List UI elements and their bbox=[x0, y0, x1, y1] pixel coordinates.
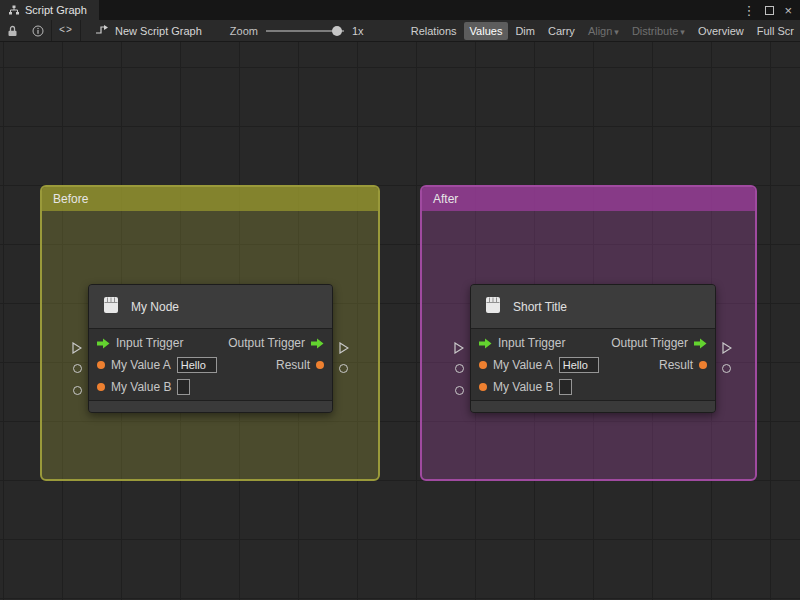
graph-name-label: New Script Graph bbox=[115, 25, 202, 37]
zoom-slider[interactable] bbox=[266, 25, 344, 37]
result-connector[interactable] bbox=[339, 364, 348, 373]
input-trigger-port-icon[interactable] bbox=[479, 338, 492, 349]
code-icon[interactable]: <> bbox=[52, 20, 80, 41]
chevron-down-icon: ▾ bbox=[680, 27, 685, 37]
value-b-input[interactable] bbox=[559, 379, 572, 395]
value-b-port-icon[interactable] bbox=[97, 383, 105, 391]
value-a-connector[interactable] bbox=[73, 364, 82, 373]
node-footer bbox=[471, 400, 715, 412]
value-a-input[interactable] bbox=[177, 357, 217, 373]
toolbar-buttons: Relations Values Dim Carry Align▾ Distri… bbox=[405, 22, 800, 40]
values-button[interactable]: Values bbox=[464, 22, 509, 40]
value-b-input[interactable] bbox=[177, 379, 190, 395]
node-title: Short Title bbox=[513, 300, 567, 314]
output-trigger-port-icon[interactable] bbox=[694, 338, 707, 349]
toolbar-divider bbox=[80, 20, 81, 41]
node-title: My Node bbox=[131, 300, 179, 314]
input-trigger-connector[interactable] bbox=[72, 340, 82, 358]
port-row: Input Trigger Output Trigger bbox=[471, 332, 715, 354]
output-trigger-port-icon[interactable] bbox=[311, 338, 324, 349]
tab-script-graph[interactable]: Script Graph bbox=[0, 0, 99, 20]
node-short-title[interactable]: Short Title Input Trigger Output Trigger bbox=[470, 284, 716, 413]
node-my-node[interactable]: My Node Input Trigger Output Trigger bbox=[88, 284, 333, 413]
distribute-dropdown[interactable]: Distribute▾ bbox=[626, 22, 691, 40]
unit-icon bbox=[100, 294, 122, 320]
value-b-connector[interactable] bbox=[455, 386, 464, 395]
zoom-label: Zoom bbox=[230, 25, 258, 37]
input-trigger-connector[interactable] bbox=[454, 340, 464, 358]
group-label: Before bbox=[53, 192, 88, 206]
value-a-connector[interactable] bbox=[455, 364, 464, 373]
node-header[interactable]: My Node bbox=[89, 285, 332, 329]
group-label: After bbox=[433, 192, 458, 206]
graph-canvas[interactable]: Before After My Node bbox=[0, 42, 800, 600]
chevron-down-icon: ▾ bbox=[614, 27, 619, 37]
kebab-menu-icon[interactable]: ⋮ bbox=[742, 4, 755, 17]
group-after-header[interactable]: After bbox=[422, 187, 755, 211]
port-row: My Value B bbox=[89, 376, 332, 398]
maximize-icon[interactable] bbox=[765, 6, 774, 15]
value-a-port-icon[interactable] bbox=[97, 361, 105, 369]
dim-button[interactable]: Dim bbox=[509, 22, 541, 40]
tab-title: Script Graph bbox=[25, 4, 87, 16]
graph-breadcrumb-icon bbox=[95, 25, 109, 37]
port-row: My Value A Result bbox=[89, 354, 332, 376]
node-ports: Input Trigger Output Trigger My Value A bbox=[89, 329, 332, 400]
script-graph-icon bbox=[8, 4, 20, 16]
fullscreen-button[interactable]: Full Scr bbox=[751, 22, 800, 40]
titlebar-controls: ⋮ × bbox=[742, 0, 800, 20]
node-ports: Input Trigger Output Trigger My Value A bbox=[471, 329, 715, 400]
value-b-port-icon[interactable] bbox=[479, 383, 487, 391]
node-footer bbox=[89, 400, 332, 412]
lock-icon[interactable] bbox=[0, 20, 25, 41]
zoom-value: 1x bbox=[352, 25, 364, 37]
result-port-icon[interactable] bbox=[699, 361, 707, 369]
info-icon[interactable] bbox=[25, 20, 51, 41]
graph-toolbar: <> New Script Graph Zoom 1x Relations Va… bbox=[0, 20, 800, 42]
port-row: My Value A Result bbox=[471, 354, 715, 376]
script-graph-window: Script Graph ⋮ × <> bbox=[0, 0, 800, 600]
zoom-slider-handle[interactable] bbox=[332, 26, 342, 36]
unit-icon bbox=[482, 294, 504, 320]
close-icon[interactable]: × bbox=[784, 4, 792, 17]
node-header[interactable]: Short Title bbox=[471, 285, 715, 329]
carry-button[interactable]: Carry bbox=[542, 22, 581, 40]
titlebar: Script Graph ⋮ × bbox=[0, 0, 800, 20]
result-port-icon[interactable] bbox=[316, 361, 324, 369]
port-row: My Value B bbox=[471, 376, 715, 398]
result-connector[interactable] bbox=[722, 364, 731, 373]
output-trigger-connector[interactable] bbox=[339, 340, 349, 358]
overview-button[interactable]: Overview bbox=[692, 22, 750, 40]
value-b-connector[interactable] bbox=[73, 386, 82, 395]
zoom-control: Zoom 1x bbox=[230, 25, 364, 37]
port-row: Input Trigger Output Trigger bbox=[89, 332, 332, 354]
graph-breadcrumb[interactable]: New Script Graph bbox=[95, 25, 202, 37]
input-trigger-port-icon[interactable] bbox=[97, 338, 110, 349]
relations-button[interactable]: Relations bbox=[405, 22, 463, 40]
value-a-input[interactable] bbox=[559, 357, 599, 373]
align-dropdown[interactable]: Align▾ bbox=[582, 22, 625, 40]
value-a-port-icon[interactable] bbox=[479, 361, 487, 369]
output-trigger-connector[interactable] bbox=[722, 340, 732, 358]
group-before-header[interactable]: Before bbox=[42, 187, 378, 211]
